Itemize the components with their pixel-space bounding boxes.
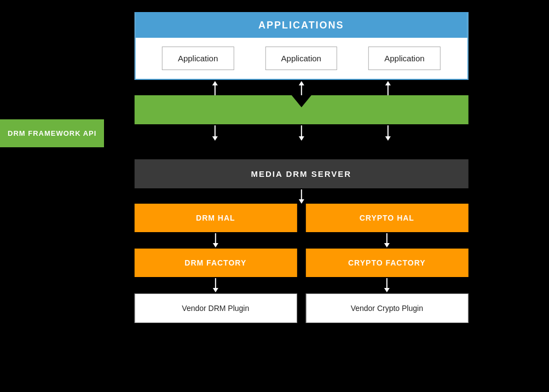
crypto-factory-box: CRYPTO FACTORY <box>305 249 468 277</box>
arrow-up-3 <box>385 81 390 95</box>
arrow-down-1 <box>212 125 217 141</box>
arrow-from-media-drm <box>298 189 304 204</box>
arrow-crypto-factory-down <box>384 278 390 292</box>
media-drm-server: MEDIA DRM SERVER <box>134 159 468 188</box>
arrow-down-2 <box>298 125 304 141</box>
vendor-crypto-box: Vendor Crypto Plugin <box>305 293 468 323</box>
crypto-hal-box: CRYPTO HAL <box>305 204 468 232</box>
app-box-1: Application <box>162 47 234 70</box>
drm-factory-box: DRM FACTORY <box>134 249 297 277</box>
arrow-drm-factory-down <box>213 278 218 292</box>
arrow-drm-hal-down <box>213 233 218 247</box>
vendor-drm-box: Vendor DRM Plugin <box>134 293 297 323</box>
drm-framework-left-label: DRM FRAMEWORK API <box>0 119 104 147</box>
app-box-2: Application <box>265 47 337 70</box>
arrow-down-3 <box>385 125 390 141</box>
applications-block: APPLICATIONS Application Application App… <box>134 12 468 80</box>
arrow-crypto-hal-down <box>384 233 390 247</box>
arrow-up-2 <box>298 81 304 95</box>
app-box-3: Application <box>368 47 440 70</box>
arrow-up-1 <box>212 81 217 95</box>
drm-hal-box: DRM HAL <box>134 204 297 232</box>
drm-framework-bar: DRM FRAMEWORK API <box>134 95 468 124</box>
applications-header: APPLICATIONS <box>135 13 467 38</box>
